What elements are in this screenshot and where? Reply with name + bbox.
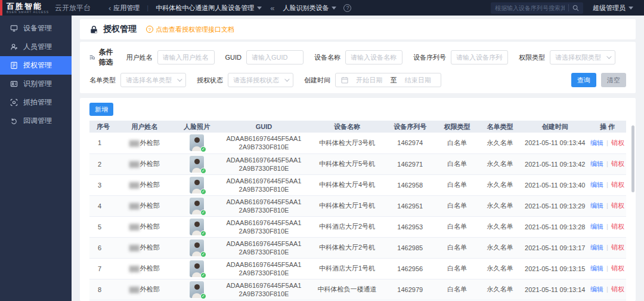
- edit-link[interactable]: 编辑: [590, 265, 603, 272]
- help-icon[interactable]: ?: [343, 4, 351, 12]
- face-photo-thumbnail[interactable]: ✓: [190, 260, 204, 277]
- chevron-down-icon: [332, 7, 336, 10]
- topbar-search[interactable]: [491, 2, 583, 14]
- column-header-6: 设备序列号: [385, 121, 436, 133]
- add-button[interactable]: 新增: [89, 103, 113, 116]
- table-row: 4███外检部✓ADAAB616976445F5AA12A9B7330F810E…: [89, 195, 626, 216]
- app-selector-dropdown[interactable]: 中科体检中心通道闸人脸设备管理: [156, 4, 262, 13]
- start-date-placeholder[interactable]: 开始日期: [352, 76, 387, 85]
- search-divider: [568, 4, 569, 11]
- verified-check-icon: ✓: [200, 168, 206, 174]
- avatar-head: [194, 263, 200, 269]
- cell-device-name: 中科体检大厅5号机: [309, 153, 385, 174]
- back-to-app-management[interactable]: ‹ 应用管理: [109, 4, 140, 13]
- guid-line1: ADAAB616976445F5AA1: [218, 260, 309, 269]
- double-chevron-left-icon[interactable]: «: [270, 4, 274, 13]
- cell-list-type: 永久名单: [479, 237, 522, 258]
- table-row: 1███外检部✓ADAAB616976445F5AA12A9B7330F810E…: [89, 133, 626, 153]
- face-photo-thumbnail[interactable]: ✓: [190, 134, 204, 151]
- table-header: 序号用户姓名人脸照片GUID设备名称设备序列号权限类型名单类型创建时间操 作: [89, 121, 626, 133]
- guid-line2: 2A9B7330F810E: [218, 206, 309, 214]
- recognize-icon: [10, 80, 18, 88]
- face-photo-thumbnail[interactable]: ✓: [190, 198, 204, 214]
- input-GUID[interactable]: [246, 50, 304, 64]
- cell-index: 8: [89, 279, 114, 300]
- question-icon: ?: [146, 26, 153, 33]
- revoke-link[interactable]: 销权: [611, 181, 624, 188]
- api-doc-link[interactable]: ? 点击查看授权管理接口文档: [146, 25, 234, 34]
- search-input[interactable]: [495, 5, 565, 11]
- revoke-link[interactable]: 销权: [611, 223, 624, 230]
- select-名单类型[interactable]: 请选择名单类型: [120, 73, 186, 87]
- select-权限类型[interactable]: 请选择权限类型: [550, 50, 615, 64]
- revoke-link[interactable]: 销权: [611, 244, 624, 251]
- guid-line2: 2A9B7330F810E: [218, 143, 309, 151]
- edit-link[interactable]: 编辑: [590, 160, 603, 167]
- brand-title: 百胜智能: [7, 2, 49, 10]
- cell-index: 7: [89, 258, 114, 279]
- clear-button[interactable]: 清空: [601, 73, 626, 87]
- guid-line2: 2A9B7330F810E: [218, 185, 309, 194]
- edit-link[interactable]: 编辑: [590, 202, 603, 209]
- filter-field-GUID: GUID: [225, 50, 304, 64]
- query-button[interactable]: 查询: [571, 73, 596, 87]
- input-用户姓名[interactable]: [157, 50, 215, 64]
- guid-line1: ADAAB616976445F5AA1: [218, 177, 309, 185]
- revoke-link[interactable]: 销权: [611, 160, 624, 167]
- cell-serial: 1462971: [385, 153, 436, 174]
- device-type-dropdown[interactable]: 人脸识别类设备: [283, 4, 336, 13]
- end-date-placeholder[interactable]: 结束日期: [401, 76, 436, 85]
- cell-face-photo: ✓: [175, 133, 218, 153]
- input-设备序列号[interactable]: [451, 50, 508, 64]
- verified-check-icon: ✓: [200, 231, 206, 236]
- column-header-8: 名单类型: [479, 121, 522, 133]
- guid-line2: 2A9B7330F810E: [218, 227, 309, 235]
- name-suffix: 外检部: [140, 265, 160, 272]
- date-range-picker[interactable]: 开始日期 至 结束日期: [335, 73, 441, 87]
- filter-panel: 条件筛选 用户姓名GUID设备名称设备序列号权限类型请选择权限类型 名单类型请选…: [80, 42, 636, 93]
- sidebar-item-识别管理[interactable]: 识别管理: [0, 75, 72, 93]
- cell-list-type: 永久名单: [479, 195, 522, 216]
- edit-link[interactable]: 编辑: [590, 244, 603, 251]
- search-icon[interactable]: [572, 5, 579, 11]
- filter-field-设备序列号: 设备序列号: [413, 50, 508, 64]
- revoke-link[interactable]: 销权: [611, 139, 624, 146]
- edit-link[interactable]: 编辑: [590, 181, 603, 188]
- sidebar-item-回调管理[interactable]: 回调管理: [0, 112, 72, 130]
- filter-section-label: 条件筛选: [89, 47, 118, 67]
- revoke-link[interactable]: 销权: [611, 285, 624, 293]
- cell-list-type: 永久名单: [479, 258, 522, 279]
- avatar-head: [194, 242, 200, 248]
- select-授权状态[interactable]: 请选择授权状态: [228, 73, 293, 87]
- sidebar-item-人员管理[interactable]: 人员管理: [0, 38, 72, 56]
- edit-link[interactable]: 编辑: [590, 139, 603, 146]
- edit-link[interactable]: 编辑: [590, 223, 603, 230]
- user-menu[interactable]: 超级管理员: [593, 4, 633, 13]
- revoke-link[interactable]: 销权: [611, 265, 624, 272]
- face-photo-thumbnail[interactable]: ✓: [190, 219, 204, 235]
- select-placeholder: 请选择权限类型: [555, 53, 601, 62]
- table-row: 7███外检部✓ADAAB616976445F5AA12A9B7330F810E…: [89, 258, 626, 279]
- lock-icon: [89, 25, 98, 34]
- brand-subtitle: BSEN SMART ACCESS: [7, 11, 49, 14]
- revoke-link[interactable]: 销权: [611, 202, 624, 209]
- sidebar-item-设备管理[interactable]: 设备管理: [0, 19, 72, 38]
- user-name: 超级管理员: [593, 4, 626, 13]
- face-photo-thumbnail[interactable]: ✓: [190, 239, 204, 256]
- avatar-head: [194, 222, 200, 227]
- edit-link[interactable]: 编辑: [590, 285, 603, 293]
- sidebar-item-授权管理[interactable]: 授权管理: [0, 56, 72, 75]
- table-row: 8███外检部✓ADAAB616976445F5AA12A9B7330F810E…: [89, 279, 626, 300]
- sidebar-item-抓拍管理[interactable]: 抓拍管理: [0, 93, 72, 112]
- cell-perm-type: 白名单: [436, 153, 479, 174]
- scrollbar-thumb[interactable]: [631, 125, 634, 192]
- face-photo-thumbnail[interactable]: ✓: [190, 156, 204, 173]
- column-header-2: 用户姓名: [114, 121, 176, 133]
- input-设备名称[interactable]: [345, 50, 402, 64]
- face-photo-thumbnail[interactable]: ✓: [190, 177, 204, 194]
- face-photo-thumbnail[interactable]: ✓: [190, 281, 204, 298]
- guid-line2: 2A9B7330F810E: [218, 248, 309, 256]
- brand-logo: 百胜智能 BSEN SMART ACCESS: [7, 2, 49, 14]
- filter-label: GUID: [225, 54, 242, 61]
- device-icon: [10, 24, 18, 32]
